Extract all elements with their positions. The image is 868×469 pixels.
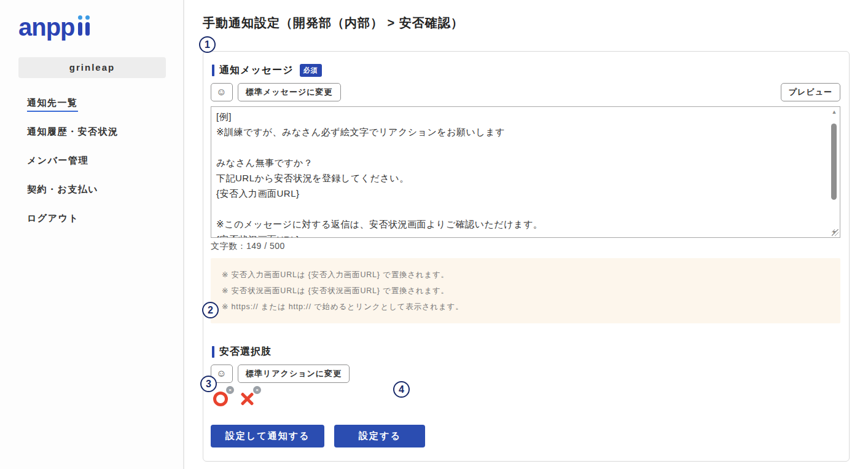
standard-reaction-button[interactable]: 標準リアクションに変更	[238, 365, 350, 383]
set-button[interactable]: 設定する	[334, 425, 425, 447]
logo-i-icon	[85, 22, 90, 36]
character-count: 文字数：149 / 500	[211, 241, 840, 252]
note-line: ※ 安否状況画面URLは {安否状況画面URL} で置換されます。	[222, 283, 829, 299]
page-title: 手動通知設定（開発部（内部） > 安否確認）	[203, 15, 850, 31]
placeholder-notes: ※ 安否入力画面URLは {安否入力画面URL} で置換されます。 ※ 安否状況…	[211, 258, 840, 323]
required-badge: 必須	[300, 64, 322, 77]
annotation-circle-2: 2	[202, 302, 219, 318]
sidebar-menu: 通知先一覧 通知履歴・安否状況 メンバー管理 契約・お支払い ログアウト	[27, 97, 183, 224]
remove-reaction-icon[interactable]: ×	[253, 386, 261, 394]
textarea-value[interactable]: [例] ※訓練ですが、みなさん必ず絵文字でリアクションをお願いします みなさん無…	[211, 107, 829, 237]
annotation-circle-3: 3	[200, 376, 217, 392]
note-line: ※ 安否入力画面URLは {安否入力画面URL} で置換されます。	[222, 267, 829, 283]
scroll-up-icon[interactable]: ▲	[832, 108, 837, 116]
choice-toolbar: ☺ 標準リアクションに変更	[211, 365, 840, 383]
reaction-maru[interactable]: ×	[213, 389, 228, 406]
sidebar-item-notification-targets[interactable]: 通知先一覧	[27, 97, 183, 109]
message-section-title: 通知メッセージ	[219, 64, 294, 77]
standard-message-button[interactable]: 標準メッセージに変更	[238, 83, 341, 101]
sidebar-item-contract-payment[interactable]: 契約・お支払い	[27, 183, 183, 195]
logo-i-icon	[78, 22, 82, 36]
logo-text: anpp	[18, 14, 75, 41]
set-and-notify-button[interactable]: 設定して通知する	[211, 425, 324, 447]
organization-button[interactable]: grinleap	[18, 57, 166, 78]
resize-handle-icon[interactable]	[832, 229, 839, 236]
message-toolbar: ☺ 標準メッセージに変更 プレビュー	[211, 83, 840, 101]
manual-notification-panel: 1 2 3 4 通知メッセージ 必須 ☺ 標準メッセージに変更 プレビュー [例…	[203, 51, 850, 462]
sidebar: anpp grinleap 通知先一覧 通知履歴・安否状況 メンバー管理 契約・…	[0, 0, 184, 469]
annotation-circle-1: 1	[199, 36, 216, 53]
main-content: 手動通知設定（開発部（内部） > 安否確認） 1 2 3 4 通知メッセージ 必…	[186, 0, 868, 469]
notification-message-textarea[interactable]: [例] ※訓練ですが、みなさん必ず絵文字でリアクションをお願いします みなさん無…	[211, 106, 840, 238]
choice-section-title: 安否選択肢	[219, 345, 272, 358]
action-buttons: 設定して通知する 設定する	[211, 425, 840, 447]
annotation-circle-4: 4	[393, 381, 410, 398]
message-section-header: 通知メッセージ 必須	[212, 64, 840, 77]
maru-circle-icon	[213, 392, 228, 406]
sidebar-item-logout[interactable]: ログアウト	[27, 212, 183, 224]
scrollbar-track[interactable]	[829, 116, 839, 228]
batsu-cross-icon	[239, 391, 255, 407]
sidebar-item-history-status[interactable]: 通知履歴・安否状況	[27, 125, 183, 138]
textarea-scrollbar[interactable]: ▲ ▼	[829, 108, 839, 237]
section-bar-icon	[212, 65, 214, 76]
scrollbar-thumb[interactable]	[831, 124, 837, 200]
choice-section-header: 安否選択肢	[212, 345, 840, 358]
reaction-list: × ×	[213, 389, 840, 410]
sidebar-item-member-management[interactable]: メンバー管理	[27, 154, 183, 167]
remove-reaction-icon[interactable]: ×	[226, 386, 234, 394]
preview-button[interactable]: プレビュー	[781, 83, 840, 101]
note-line: ※ https:// または http:// で始めるとリンクとして表示されます…	[222, 299, 829, 315]
section-bar-icon	[212, 346, 214, 358]
emoji-picker-button[interactable]: ☺	[211, 83, 233, 101]
reaction-batsu[interactable]: ×	[239, 389, 255, 407]
anppii-logo[interactable]: anpp	[18, 14, 183, 41]
